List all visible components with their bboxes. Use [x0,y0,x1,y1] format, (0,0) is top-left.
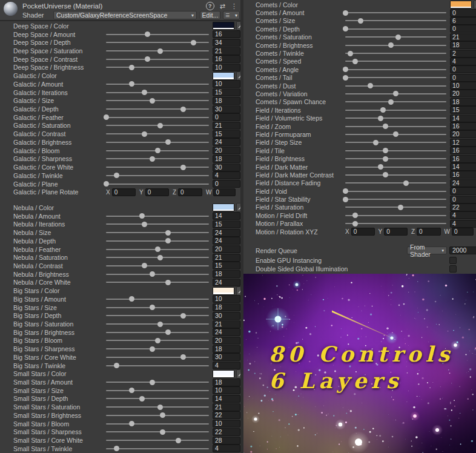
value-field[interactable]: 21 [213,122,240,130]
slider-knob[interactable] [358,18,363,24]
value-field[interactable]: 10 [213,295,240,303]
property-slider[interactable] [106,411,209,420]
property-slider[interactable] [106,262,209,270]
value-field[interactable]: 18 [213,270,240,278]
value-field[interactable]: 21 [450,33,476,41]
property-slider[interactable] [106,38,209,47]
slider-knob[interactable] [343,197,348,202]
value-field[interactable]: 22 [213,411,240,419]
slider-knob[interactable] [114,173,119,178]
value-field[interactable]: 14 [213,395,240,403]
slider-knob[interactable] [145,56,150,62]
value-field[interactable]: 21 [213,403,240,411]
slider-knob[interactable] [388,42,394,48]
value-field[interactable]: 18 [213,97,240,105]
property-slider[interactable] [345,163,446,171]
value-field[interactable]: 21 [213,254,240,262]
property-slider[interactable] [106,113,209,122]
property-slider[interactable] [345,49,446,57]
slider-knob[interactable] [155,338,160,343]
slider-knob[interactable] [160,412,165,418]
value-field[interactable]: 10 [213,420,240,428]
property-slider[interactable] [106,88,209,97]
slider-knob[interactable] [142,263,147,268]
slider-knob[interactable] [191,40,196,45]
slider-knob[interactable] [383,156,388,162]
slider-knob[interactable] [393,91,398,96]
kebab-menu-icon[interactable]: ⋮ [231,2,237,10]
value-field[interactable]: 16 [450,122,476,130]
value-field[interactable]: 24 [213,237,240,245]
gpu-instancing-checkbox[interactable] [449,257,457,264]
value-field[interactable]: 16 [213,30,240,38]
value-field[interactable]: 18 [213,345,240,353]
value-field[interactable]: 18 [213,303,240,311]
slider-knob[interactable] [352,213,358,218]
slider-knob[interactable] [150,380,155,385]
presets-swap-icon[interactable]: ⇄ [220,2,225,10]
value-field[interactable]: 20 [213,245,240,253]
property-slider[interactable] [345,114,446,122]
value-field[interactable]: 14 [450,114,476,122]
slider-knob[interactable] [104,181,109,187]
property-slider[interactable] [106,445,209,453]
property-slider[interactable] [106,245,209,254]
slider-knob[interactable] [343,26,348,31]
value-field[interactable]: 30 [213,312,240,320]
vector-value-field[interactable]: 0 [145,188,169,196]
vector-value-field[interactable]: 0 [112,188,136,196]
slider-knob[interactable] [393,131,398,137]
eyedropper-icon[interactable] [474,0,476,9]
slider-knob[interactable] [114,446,119,451]
slider-knob[interactable] [157,48,163,54]
slider-knob[interactable] [150,305,155,310]
slider-knob[interactable] [176,438,181,443]
property-slider[interactable] [345,74,446,82]
color-swatch[interactable] [213,287,234,295]
slider-knob[interactable] [157,123,163,128]
property-slider[interactable] [106,147,209,155]
color-swatch[interactable] [213,203,234,211]
render-queue-value-field[interactable]: 2000 [449,246,476,254]
vector-value-field[interactable]: 0 [213,188,236,196]
property-slider[interactable] [106,428,209,437]
edit-shader-button[interactable]: Edit... [200,11,220,19]
help-icon[interactable]: ? [206,2,214,10]
value-field[interactable]: 18 [450,98,476,106]
slider-knob[interactable] [343,67,348,72]
slider-knob[interactable] [180,313,186,319]
property-slider[interactable] [345,98,446,106]
property-slider[interactable] [106,212,209,220]
property-slider[interactable] [106,295,209,303]
value-field[interactable]: 20 [213,147,240,154]
value-field[interactable]: 20 [213,337,240,345]
value-field[interactable]: 30 [213,105,240,113]
property-slider[interactable] [106,105,209,113]
property-slider[interactable] [345,211,446,219]
slider-knob[interactable] [165,329,171,335]
value-field[interactable]: 0 [450,196,476,203]
value-field[interactable]: 0 [450,25,476,33]
value-field[interactable]: 15 [213,262,240,269]
value-field[interactable]: 24 [213,279,240,286]
slider-knob[interactable] [142,90,147,95]
property-slider[interactable] [106,55,209,64]
render-queue-dropdown[interactable]: From Shader ▾ [407,246,447,254]
slider-knob[interactable] [129,81,134,87]
slider-knob[interactable] [165,238,171,243]
value-field[interactable]: 30 [213,164,240,171]
property-slider[interactable] [106,395,209,403]
value-field[interactable]: 10 [213,386,240,394]
slider-knob[interactable] [129,388,134,393]
property-slider[interactable] [345,58,446,65]
property-slider[interactable] [106,228,209,237]
value-field[interactable]: 4 [450,58,476,65]
slider-knob[interactable] [142,222,147,227]
slider-knob[interactable] [150,156,155,162]
slider-knob[interactable] [155,246,160,252]
property-slider[interactable] [345,122,446,130]
property-slider[interactable] [106,47,209,55]
property-slider[interactable] [106,122,209,130]
slider-knob[interactable] [160,429,165,435]
value-field[interactable]: 16 [213,55,240,63]
